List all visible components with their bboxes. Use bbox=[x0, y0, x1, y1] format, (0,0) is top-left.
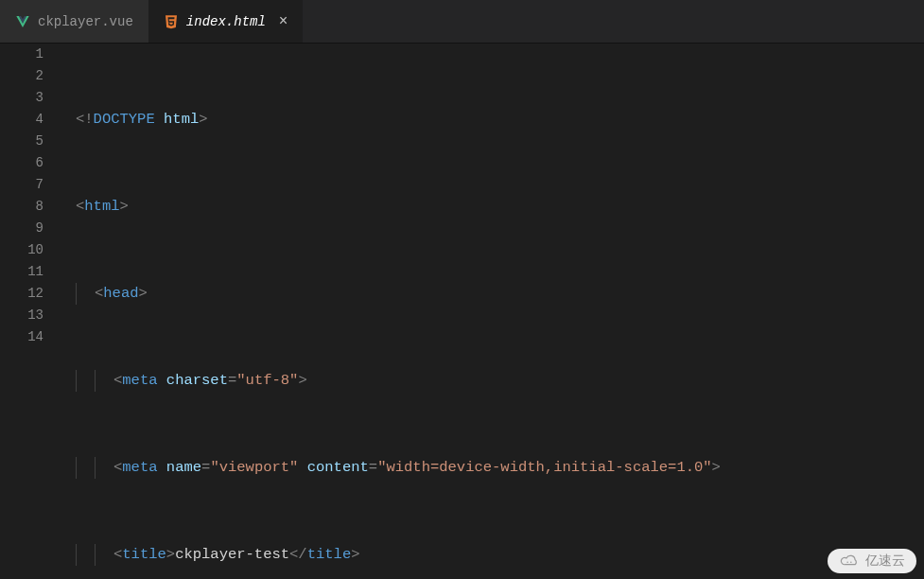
line-number: 2 bbox=[0, 65, 61, 87]
vue-file-icon bbox=[15, 14, 30, 29]
watermark: 亿速云 bbox=[828, 549, 916, 573]
code-line[interactable]: <meta name="viewport" content="width=dev… bbox=[61, 457, 924, 479]
svg-point-1 bbox=[850, 561, 852, 563]
tab-index-html[interactable]: index.html × bbox=[148, 0, 304, 43]
code-line[interactable]: <title>ckplayer-test</title> bbox=[61, 544, 924, 566]
tab-ckplayer-vue[interactable]: ckplayer.vue bbox=[0, 0, 148, 43]
line-number: 7 bbox=[0, 174, 61, 196]
line-number: 8 bbox=[0, 196, 61, 218]
line-number: 12 bbox=[0, 283, 61, 305]
tabs-bar: ckplayer.vue index.html × bbox=[0, 0, 924, 44]
line-number: 14 bbox=[0, 326, 61, 348]
html-file-icon bbox=[164, 14, 179, 29]
line-numbers-gutter: 1 2 3 4 5 6 7 8 9 10 11 12 13 14 bbox=[0, 44, 61, 579]
editor[interactable]: 1 2 3 4 5 6 7 8 9 10 11 12 13 14 <!DOCTY… bbox=[0, 44, 924, 579]
code-line[interactable]: <!DOCTYPE html> bbox=[61, 109, 924, 131]
line-number: 10 bbox=[0, 239, 61, 261]
code-line[interactable]: <head> bbox=[61, 283, 924, 305]
line-number: 6 bbox=[0, 152, 61, 174]
line-number: 9 bbox=[0, 218, 61, 239]
code-line[interactable]: <html> bbox=[61, 196, 924, 218]
cloud-icon bbox=[839, 554, 860, 568]
line-number: 4 bbox=[0, 109, 61, 131]
watermark-text: 亿速云 bbox=[865, 553, 905, 570]
line-number: 1 bbox=[0, 44, 61, 65]
line-number: 3 bbox=[0, 87, 61, 109]
code-line[interactable]: <meta charset="utf-8"> bbox=[61, 370, 924, 392]
line-number: 5 bbox=[0, 131, 61, 152]
close-icon[interactable]: × bbox=[279, 14, 288, 29]
tab-label: index.html bbox=[186, 14, 266, 29]
code-area[interactable]: <!DOCTYPE html> <html> <head> <meta char… bbox=[61, 44, 924, 579]
tab-label: ckplayer.vue bbox=[38, 14, 133, 29]
svg-point-0 bbox=[846, 561, 848, 563]
line-number: 11 bbox=[0, 261, 61, 283]
line-number: 13 bbox=[0, 305, 61, 326]
